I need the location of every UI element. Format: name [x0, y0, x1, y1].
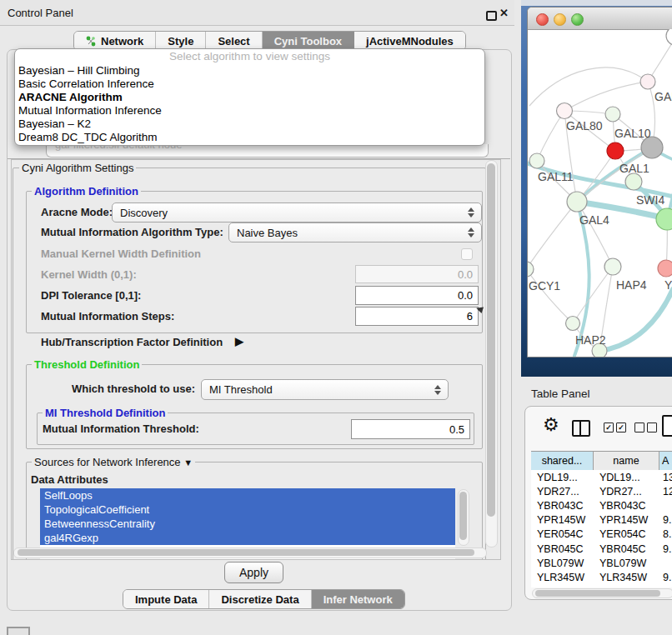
threshold-definition-title: Threshold Definition — [32, 358, 142, 371]
network-canvas[interactable]: GALGAL80GAL10GAL1GAL11SWI4GAL4GCY1HAP4YH… — [528, 29, 672, 357]
table-cell: YBR045C — [531, 543, 594, 555]
tab-impute-data[interactable]: Impute Data — [123, 590, 209, 608]
node-gal-label: GAL — [654, 90, 672, 103]
tab-discretize-data[interactable]: Discretize Data — [209, 590, 311, 608]
mi-threshold-group-title: MI Threshold Definition — [43, 407, 168, 419]
algorithm-option[interactable]: ARACNE Algorithm — [15, 91, 484, 104]
zoom-traffic-light[interactable] — [571, 13, 584, 26]
which-threshold-value: MI Threshold — [209, 383, 273, 396]
tab-label: Network — [101, 35, 143, 48]
table-row[interactable]: YDL19...YDL19...13 — [531, 470, 672, 484]
deselect-all-checkbox-icon[interactable] — [634, 422, 644, 432]
table-panel-title: Table Panel — [531, 388, 590, 400]
tab-style[interactable]: Style — [156, 32, 206, 50]
node-hap2[interactable] — [566, 317, 580, 331]
algorithm-option[interactable]: Bayesian – Hill Climbing — [15, 64, 484, 78]
deselect-all-checkbox-icon[interactable] — [647, 422, 657, 432]
node-green-right[interactable] — [656, 208, 672, 230]
mi-threshold-field[interactable]: 0.5 — [351, 419, 470, 439]
table-horizontal-scrollbar[interactable] — [532, 588, 672, 598]
node-gal1[interactable] — [607, 142, 624, 159]
column-header-shared-name[interactable]: shared... — [531, 452, 594, 470]
columns-icon[interactable] — [572, 420, 590, 437]
node-gal11[interactable] — [529, 153, 544, 168]
mi-type-combo[interactable]: Naive Bayes — [228, 222, 482, 242]
collapsed-panel-button[interactable] — [7, 627, 30, 635]
kernel-width-value: 0.0 — [458, 268, 473, 281]
bottom-tabbar: Impute Data Discretize Data Infer Networ… — [123, 589, 405, 609]
tab-cyni-toolbox[interactable]: Cyni Toolbox — [263, 32, 354, 50]
table-cell: 9. — [659, 514, 672, 526]
table-row[interactable]: YPR145WYPR145W9. — [531, 513, 672, 528]
node-hap4[interactable] — [604, 258, 621, 275]
select-all-checkbox-icon[interactable]: ✓ — [604, 422, 614, 432]
table-row[interactable]: YBL079WYBL079W — [531, 556, 672, 570]
algorithm-option[interactable]: Basic Correlation Inference — [15, 78, 484, 91]
dpi-tolerance-field[interactable]: 0.0 — [355, 286, 479, 305]
settings-vertical-scrollbar[interactable] — [485, 160, 498, 548]
table-header-row: shared... name A — [531, 451, 672, 471]
which-threshold-combo[interactable]: MI Threshold — [201, 379, 449, 400]
export-table-icon[interactable] — [662, 415, 672, 437]
table-row[interactable]: YDR27...YDR27...12 — [531, 484, 672, 498]
algorithm-option[interactable]: Dream8 DC_TDC Algorithm — [15, 131, 484, 144]
node-swi4[interactable] — [625, 173, 642, 190]
table-row[interactable]: YIL052CYIL052C9. — [531, 585, 672, 588]
data-attribute-item[interactable]: BetweennessCentrality — [40, 517, 455, 531]
background-combo[interactable]: gal-filtered.sif default node — [46, 144, 489, 158]
algorithm-option[interactable]: Bayesian – K2 — [15, 118, 484, 131]
table-cell: YDR27... — [594, 486, 659, 498]
stepper-icon — [468, 208, 474, 218]
data-attributes-label: Data Attributes — [31, 473, 108, 486]
mi-steps-field[interactable]: 6 — [355, 307, 479, 326]
node-gal10[interactable] — [605, 107, 620, 122]
column-header-name[interactable]: name — [594, 452, 659, 470]
tab-select[interactable]: Select — [206, 32, 262, 50]
aracne-mode-combo[interactable]: Discovery — [112, 202, 482, 222]
gear-icon[interactable]: ⚙ — [543, 414, 559, 436]
table-cell: 9. — [659, 543, 672, 555]
node-gal4[interactable] — [567, 192, 587, 212]
tab-label: Impute Data — [135, 593, 197, 606]
data-attribute-item[interactable]: SelfLoops — [40, 488, 455, 502]
node-gal80[interactable] — [557, 103, 573, 119]
table-cell: YPR145W — [594, 514, 659, 526]
apply-button[interactable]: Apply — [224, 562, 283, 583]
minimize-traffic-light[interactable] — [554, 13, 566, 26]
table-row[interactable]: YBR043CYBR043C — [531, 498, 672, 512]
node-unlabeled-top[interactable] — [666, 29, 672, 45]
algorithm-option[interactable]: Mutual Information Inference — [15, 104, 484, 118]
select-all-checkbox-icon[interactable]: ✓ — [616, 422, 626, 432]
algorithm-dropdown-list: Select algorithm to view settings Bayesi… — [14, 48, 485, 146]
manual-kernel-checkbox[interactable] — [461, 248, 473, 260]
algorithm-options: Bayesian – Hill ClimbingBasic Correlatio… — [15, 64, 484, 144]
settings-horizontal-scrollbar[interactable] — [13, 548, 487, 558]
table-body: YDL19...YDL19...13YDR27...YDR27...12YBR0… — [531, 470, 672, 588]
node-gal[interactable] — [640, 74, 655, 89]
network-view-frame-top — [521, 0, 672, 6]
tab-label: Select — [218, 35, 249, 48]
table-row[interactable]: YLR345WYLR345W9. — [531, 570, 672, 584]
float-window-icon[interactable] — [486, 11, 497, 21]
tab-jactivemnodules[interactable]: jActiveMNodules — [354, 32, 465, 50]
table-cell: YBR045C — [594, 543, 659, 555]
table-cell: YBR043C — [531, 500, 594, 512]
collapse-arrow-icon[interactable]: ▼ — [183, 458, 193, 468]
data-attribute-item[interactable]: TopologicalCoefficient — [40, 502, 455, 517]
node-gcy1[interactable] — [528, 262, 534, 277]
tab-network[interactable]: Network — [74, 32, 156, 50]
node-swi4-label: SWI4 — [636, 193, 664, 207]
close-traffic-light[interactable] — [536, 13, 549, 26]
table-row[interactable]: YBR045CYBR045C9. — [531, 542, 672, 556]
column-header-partial[interactable]: A — [659, 452, 672, 470]
attributes-list-scrollbar[interactable] — [458, 489, 469, 546]
table-cell: YDL19... — [531, 472, 594, 483]
kernel-width-field[interactable]: 0.0 — [355, 265, 479, 283]
node-salmon[interactable] — [658, 260, 672, 277]
tab-infer-network[interactable]: Infer Network — [312, 590, 404, 608]
table-cell: YLR345W — [531, 572, 594, 583]
table-row[interactable]: YER054CYER054C8. — [531, 528, 672, 542]
data-attribute-item[interactable]: gal4RGexp — [40, 531, 455, 545]
expand-arrow-icon[interactable]: ▶ — [235, 335, 243, 348]
close-icon[interactable]: ✕ — [499, 7, 509, 19]
